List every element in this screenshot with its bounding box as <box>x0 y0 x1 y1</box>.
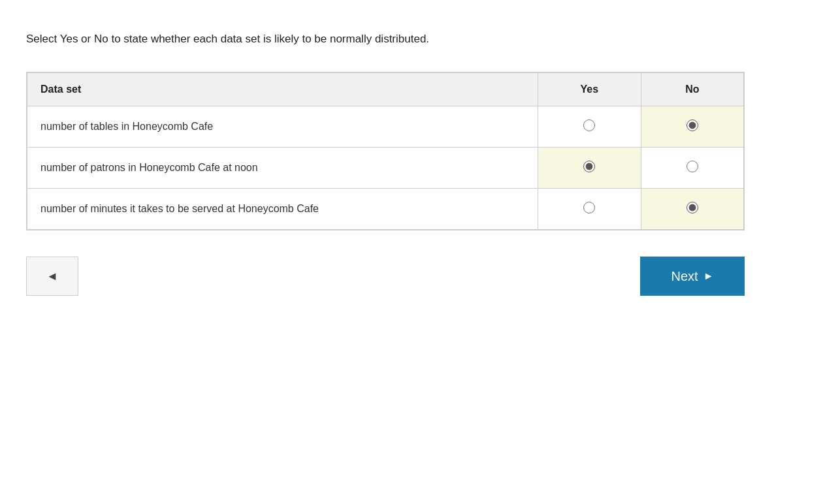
yes-cell-2[interactable] <box>538 148 641 189</box>
table-header-row: Data set Yes No <box>27 73 744 106</box>
no-radio-3[interactable] <box>687 202 698 213</box>
no-cell-3[interactable] <box>641 189 743 230</box>
dataset-cell-3: number of minutes it takes to be served … <box>27 189 538 230</box>
no-radio-1[interactable] <box>687 119 698 131</box>
yes-radio-1[interactable] <box>583 119 595 131</box>
instruction-text: Select Yes or No to state whether each d… <box>26 33 814 46</box>
table-row: number of tables in Honeycomb Cafe <box>27 106 744 148</box>
no-cell-2[interactable] <box>641 148 743 189</box>
no-column-header: No <box>641 73 743 106</box>
no-radio-2[interactable] <box>687 161 698 172</box>
next-arrow-icon: ► <box>703 270 714 282</box>
dataset-cell-1: number of tables in Honeycomb Cafe <box>27 106 538 148</box>
next-label: Next <box>671 269 698 284</box>
yes-radio-3[interactable] <box>583 202 595 213</box>
data-table: Data set Yes No number of tables in Hone… <box>27 72 744 230</box>
dataset-cell-2: number of patrons in Honeycomb Cafe at n… <box>27 148 538 189</box>
table-row: number of patrons in Honeycomb Cafe at n… <box>27 148 744 189</box>
no-cell-1[interactable] <box>641 106 743 148</box>
dataset-column-header: Data set <box>27 73 538 106</box>
yes-column-header: Yes <box>538 73 641 106</box>
table-row: number of minutes it takes to be served … <box>27 189 744 230</box>
buttons-row: ◄ Next ► <box>26 257 745 296</box>
yes-radio-2[interactable] <box>583 161 595 172</box>
yes-cell-1[interactable] <box>538 106 641 148</box>
next-button[interactable]: Next ► <box>640 257 745 296</box>
yes-cell-3[interactable] <box>538 189 641 230</box>
back-button[interactable]: ◄ <box>26 257 78 296</box>
